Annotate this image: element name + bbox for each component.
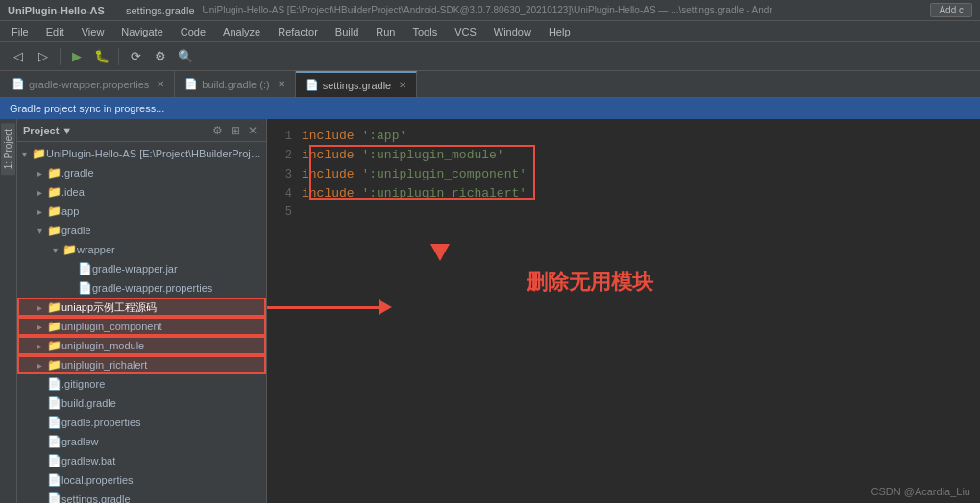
tree-label-wrapper: wrapper	[77, 244, 262, 255]
tree-label-uniplugin-module: uniplugin_module	[61, 340, 262, 351]
panel-settings-icon[interactable]: ⚙	[209, 123, 226, 138]
menu-item-edit[interactable]: Edit	[38, 24, 72, 39]
tabs-bar: 📄gradle-wrapper.properties✕📄build.gradle…	[0, 71, 980, 98]
tree-item-gradlew[interactable]: 📄gradlew	[17, 432, 266, 451]
add-config-button[interactable]: Add c	[930, 3, 972, 17]
tab-label-0: gradle-wrapper.properties	[29, 79, 149, 90]
tree-item-app[interactable]: ▸📁app	[17, 202, 266, 221]
title-bar: UniPlugin-Hello-AS – settings.gradle Uni…	[0, 0, 980, 21]
tree-arrow-gradle[interactable]: ▾	[33, 226, 46, 236]
back-button[interactable]: ◁	[8, 46, 29, 67]
tree-item-gradlew-bat[interactable]: 📄gradlew.bat	[17, 451, 266, 470]
menu-item-help[interactable]: Help	[541, 24, 578, 39]
tree-icon-gradle: 📁	[46, 224, 61, 237]
menu-item-analyze[interactable]: Analyze	[215, 24, 268, 39]
tab-0[interactable]: 📄gradle-wrapper.properties✕	[2, 71, 175, 97]
menu-item-vcs[interactable]: VCS	[447, 24, 484, 39]
panel-expand-icon[interactable]: ⊞	[228, 123, 243, 138]
tab-label-1: build.gradle (:)	[202, 79, 269, 90]
line-content-1: include ':app'	[302, 127, 968, 145]
menu-item-window[interactable]: Window	[486, 24, 539, 39]
panel-close-icon[interactable]: ✕	[245, 123, 260, 138]
tree-item-uniplugin-richalert[interactable]: ▸📁uniplugin_richalert	[17, 355, 266, 374]
tree-icon-gradle-root: 📁	[46, 166, 61, 180]
settings-button[interactable]: ⚙	[150, 46, 171, 67]
toolbar-separator	[60, 48, 61, 65]
tree-arrow-root[interactable]: ▾	[17, 149, 31, 159]
tab-close-1[interactable]: ✕	[278, 79, 285, 89]
tree-icon-uniplugin-richalert: 📁	[46, 358, 61, 371]
project-tree[interactable]: ▾📁UniPlugin-Hello-AS [E:\Project\HBuilde…	[17, 142, 266, 503]
run-button[interactable]: ▶	[66, 46, 87, 67]
tree-arrow-gradle-root[interactable]: ▸	[33, 168, 46, 179]
project-panel-header: Project ▼ ⚙ ⊞ ✕	[17, 119, 266, 142]
tree-item-idea[interactable]: ▸📁.idea	[17, 182, 266, 202]
token-str: ':app'	[361, 129, 406, 143]
tree-icon-gradle-wrapper-props: 📄	[77, 281, 92, 295]
code-line-5: 5	[267, 204, 980, 222]
sync-button[interactable]: ⟳	[125, 46, 146, 67]
tree-item-gradle-wrapper-jar[interactable]: 📄gradle-wrapper.jar	[17, 259, 266, 278]
menu-item-file[interactable]: File	[4, 24, 37, 39]
tree-icon-gradlew: 📄	[46, 435, 61, 448]
tree-icon-app: 📁	[46, 204, 61, 218]
app-title: UniPlugin-Hello-AS	[8, 5, 105, 16]
tree-icon-idea: 📁	[46, 185, 61, 199]
tree-arrow-uniplugin-richalert[interactable]: ▸	[33, 360, 46, 371]
tree-item-uniplugin-component[interactable]: ▸📁uniplugin_component	[17, 317, 266, 336]
tree-icon-build-gradle: 📄	[46, 396, 61, 410]
code-line-3: 3include ':uniplugin_component'	[267, 165, 980, 184]
forward-button[interactable]: ▷	[33, 46, 54, 67]
tree-label-local-properties: local.properties	[61, 474, 262, 486]
menu-item-tools[interactable]: Tools	[404, 24, 445, 39]
tree-arrow-uniapp[interactable]: ▸	[33, 302, 46, 313]
tree-item-build-gradle[interactable]: 📄build.gradle	[17, 394, 266, 413]
tree-label-gradle-root: .gradle	[61, 167, 262, 179]
tree-icon-settings-gradle: 📄	[46, 492, 61, 503]
tab-close-2[interactable]: ✕	[399, 80, 406, 90]
sync-message: Gradle project sync in progress...	[10, 103, 164, 114]
tree-item-settings-gradle[interactable]: 📄settings.gradle	[17, 490, 266, 503]
tree-arrow-app[interactable]: ▸	[33, 206, 46, 217]
tree-item-root[interactable]: ▾📁UniPlugin-Hello-AS [E:\Project\HBuilde…	[17, 144, 266, 163]
menu-item-navigate[interactable]: Navigate	[113, 24, 170, 39]
debug-button[interactable]: 🐛	[91, 46, 112, 67]
menu-item-refactor[interactable]: Refactor	[270, 24, 326, 39]
tree-arrow-wrapper[interactable]: ▾	[48, 245, 61, 255]
tab-close-0[interactable]: ✕	[157, 79, 164, 89]
tab-2[interactable]: 📄settings.gradle✕	[296, 71, 418, 97]
menu-item-code[interactable]: Code	[173, 24, 213, 39]
line-number-3: 3	[267, 166, 302, 184]
token-kw: include	[302, 129, 355, 143]
tree-arrow-uniplugin-component[interactable]: ▸	[33, 322, 46, 332]
panel-icons: ⚙ ⊞ ✕	[209, 123, 260, 138]
menu-item-view[interactable]: View	[74, 24, 112, 39]
tree-icon-gradle-wrapper-jar: 📄	[77, 262, 92, 275]
menu-item-build[interactable]: Build	[328, 24, 366, 39]
tree-arrow-idea[interactable]: ▸	[33, 187, 46, 198]
tree-item-local-properties[interactable]: 📄local.properties	[17, 470, 266, 490]
tree-item-uniapp[interactable]: ▸📁uniapp示例工程源码	[17, 298, 266, 317]
tree-arrow-uniplugin-module[interactable]: ▸	[33, 341, 46, 351]
search-button[interactable]: 🔍	[175, 46, 196, 67]
watermark: CSDN @Acardia_Liu	[871, 486, 971, 497]
tree-item-gradle-root[interactable]: ▸📁.gradle	[17, 163, 266, 182]
menu-item-run[interactable]: Run	[368, 24, 403, 39]
tree-item-gitignore[interactable]: 📄.gitignore	[17, 374, 266, 394]
tree-item-gradle[interactable]: ▾📁gradle	[17, 221, 266, 240]
tree-item-wrapper[interactable]: ▾📁wrapper	[17, 240, 266, 259]
tree-label-root: UniPlugin-Hello-AS [E:\Project\HBuilderP…	[46, 148, 262, 159]
full-path: UniPlugin-Hello-AS [E:\Project\HBuilderP…	[203, 5, 931, 15]
project-strip-label[interactable]: 1: Project	[1, 123, 15, 175]
tree-label-gradle-properties: gradle.properties	[61, 417, 262, 428]
tree-icon-local-properties: 📄	[46, 473, 61, 487]
line-number-4: 4	[267, 185, 302, 204]
tree-item-uniplugin-module[interactable]: ▸📁uniplugin_module	[17, 336, 266, 355]
tab-icon-0: 📄	[12, 78, 25, 90]
code-view[interactable]: 1include ':app'2include ':uniplugin_modu…	[267, 119, 980, 503]
tab-1[interactable]: 📄build.gradle (:)✕	[175, 71, 295, 97]
tree-icon-gradle-properties: 📄	[46, 416, 61, 429]
project-panel: Project ▼ ⚙ ⊞ ✕ ▾📁UniPlugin-Hello-AS [E:…	[17, 119, 267, 503]
tree-item-gradle-wrapper-props[interactable]: 📄gradle-wrapper.properties	[17, 278, 266, 298]
tree-item-gradle-properties[interactable]: 📄gradle.properties	[17, 413, 266, 432]
